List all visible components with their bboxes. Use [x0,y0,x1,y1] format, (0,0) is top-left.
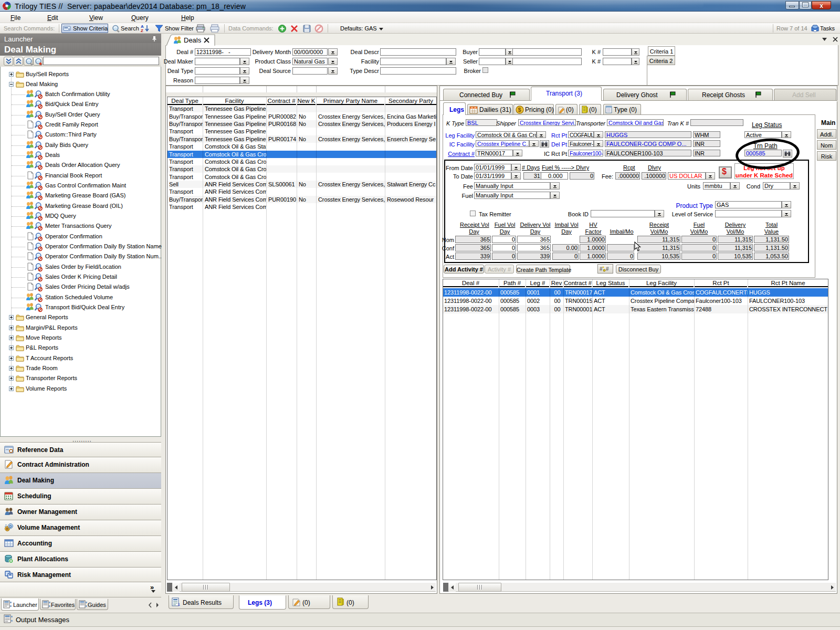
svg-text:$: $ [518,107,521,113]
svg-text:Z: Z [141,28,143,33]
svg-text:#: # [600,266,603,272]
svg-text:#: # [606,266,609,272]
svg-text:1: 1 [178,603,180,606]
svg-text:R: R [6,527,9,531]
svg-text:D: D [9,524,12,528]
